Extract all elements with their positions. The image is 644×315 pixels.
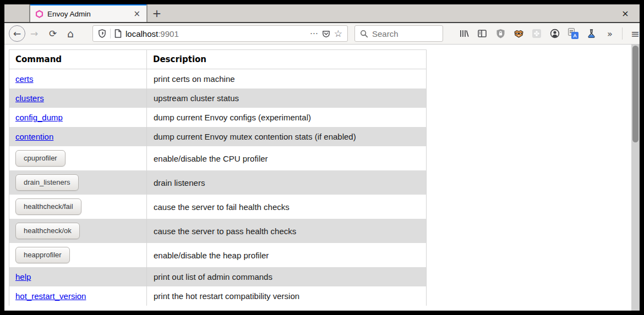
tab-title: Envoy Admin (47, 10, 128, 18)
flask-icon[interactable] (586, 28, 597, 39)
tab-bar: Envoy Admin × + × (4, 4, 640, 23)
sidebar-icon[interactable] (477, 28, 488, 39)
table-row: drain_listenersdrain listeners (9, 170, 427, 195)
window-close-icon[interactable]: × (611, 4, 640, 22)
account-icon[interactable] (549, 28, 560, 39)
translate-badge: A (571, 32, 578, 39)
description-cell: dump current Envoy configs (experimental… (147, 108, 427, 127)
description-cell: drain listeners (147, 170, 427, 195)
browser-window: Envoy Admin × + × ← → ⟳ ⌂ localhost:9901… (4, 4, 640, 311)
command-cell: heapprofiler (9, 243, 147, 267)
envoy-hexagon-icon (35, 10, 43, 18)
url-port: :9901 (158, 29, 179, 38)
command-cell: hot_restart_version (9, 286, 147, 306)
command-cell: clusters (9, 89, 147, 108)
column-header-description: Description (147, 50, 427, 69)
forward-button[interactable]: → (26, 26, 42, 41)
description-cell: print out list of admin commands (147, 267, 427, 286)
url-text: localhost:9901 (125, 29, 306, 38)
command-link-help[interactable]: help (15, 272, 31, 281)
page-content: Command Description certsprint certs on … (4, 45, 640, 311)
command-cell: help (9, 267, 147, 286)
page-actions-icon[interactable]: ⋯ (310, 29, 318, 38)
description-cell: enable/disable the heap profiler (147, 243, 427, 267)
page-icon[interactable] (114, 29, 122, 38)
page-scrollbar[interactable] (631, 45, 640, 311)
table-row: config_dumpdump current Envoy configs (e… (9, 108, 427, 127)
tabbar-empty-space (167, 4, 611, 22)
disabled-extension-icon[interactable] (531, 28, 542, 39)
table-row: helpprint out list of admin commands (9, 267, 427, 286)
description-cell: upstream cluster status (147, 89, 427, 108)
library-icon[interactable] (459, 28, 470, 39)
toolbar-icon-strip: A » ≡ (459, 27, 641, 40)
table-row: contentiondump current Envoy mutex conte… (9, 127, 427, 146)
command-button-heapprofiler[interactable]: heapprofiler (15, 247, 70, 263)
bookmark-star-icon[interactable]: ☆ (334, 28, 342, 39)
scrollbar-thumb[interactable] (632, 46, 638, 142)
titlebar-spacer (4, 4, 30, 22)
urlbar-separator (110, 29, 111, 38)
command-cell: drain_listeners (9, 170, 147, 195)
url-host: localhost (125, 29, 158, 38)
description-cell: print certs on machine (147, 69, 427, 89)
command-button-drain_listeners[interactable]: drain_listeners (15, 174, 79, 191)
table-row: hot_restart_versionprint the hot restart… (9, 286, 427, 306)
column-header-command: Command (9, 50, 147, 69)
table-row: healthcheck/okcause the server to pass h… (9, 219, 427, 243)
command-cell: contention (9, 127, 147, 146)
description-cell: enable/disable the CPU profiler (147, 146, 427, 170)
url-bar[interactable]: localhost:9901 ⋯ ☆ (92, 25, 348, 42)
description-cell: cause the server to pass health checks (147, 219, 427, 243)
command-button-cpuprofiler[interactable]: cpuprofiler (15, 150, 66, 167)
raccoon-icon[interactable] (513, 28, 524, 39)
search-input[interactable] (372, 29, 438, 38)
navigation-toolbar: ← → ⟳ ⌂ localhost:9901 ⋯ ☆ (4, 23, 640, 45)
pocket-icon[interactable] (322, 30, 330, 38)
command-button-healthcheck/fail[interactable]: healthcheck/fail (15, 198, 81, 215)
table-row: clustersupstream cluster status (9, 89, 427, 108)
description-cell: print the hot restart compatibility vers… (147, 286, 427, 306)
reload-button[interactable]: ⟳ (45, 26, 61, 41)
command-cell: healthcheck/fail (9, 195, 147, 219)
table-header-row: Command Description (9, 50, 427, 69)
toolbar-separator (622, 27, 623, 40)
table-row: cpuprofilerenable/disable the CPU profil… (9, 146, 427, 170)
magnifier-icon (360, 30, 368, 38)
command-cell: healthcheck/ok (9, 219, 147, 243)
table-row: healthcheck/failcause the server to fail… (9, 195, 427, 219)
description-cell: cause the server to fail health checks (147, 195, 427, 219)
command-link-clusters[interactable]: clusters (15, 93, 44, 103)
new-tab-button[interactable]: + (146, 4, 167, 22)
tab-close-icon[interactable]: × (132, 9, 141, 19)
command-link-contention[interactable]: contention (15, 132, 53, 141)
overflow-chevron-icon[interactable]: » (604, 28, 615, 39)
command-cell: certs (9, 69, 147, 89)
command-cell: config_dump (9, 108, 147, 127)
search-bar[interactable] (354, 25, 443, 42)
translate-icon[interactable]: A (567, 28, 578, 39)
table-row: certsprint certs on machine (9, 69, 427, 89)
command-link-config_dump[interactable]: config_dump (15, 113, 63, 122)
tab-envoy-admin[interactable]: Envoy Admin × (30, 4, 146, 22)
shield-lock-icon[interactable] (495, 28, 506, 39)
description-cell: dump current Envoy mutex contention stat… (147, 127, 427, 146)
hamburger-menu-icon[interactable]: ≡ (630, 28, 641, 39)
command-button-healthcheck/ok[interactable]: healthcheck/ok (15, 223, 80, 239)
table-row: heapprofilerenable/disable the heap prof… (9, 243, 427, 267)
admin-commands-table: Command Description certsprint certs on … (9, 49, 427, 306)
command-cell: cpuprofiler (9, 146, 147, 170)
tracking-shield-icon[interactable] (98, 29, 106, 38)
command-link-certs[interactable]: certs (15, 74, 34, 84)
back-button[interactable]: ← (9, 25, 25, 42)
admin-table-body: certsprint certs on machineclustersupstr… (9, 69, 427, 306)
home-button[interactable]: ⌂ (63, 26, 78, 41)
command-link-hot_restart_version[interactable]: hot_restart_version (15, 291, 86, 301)
